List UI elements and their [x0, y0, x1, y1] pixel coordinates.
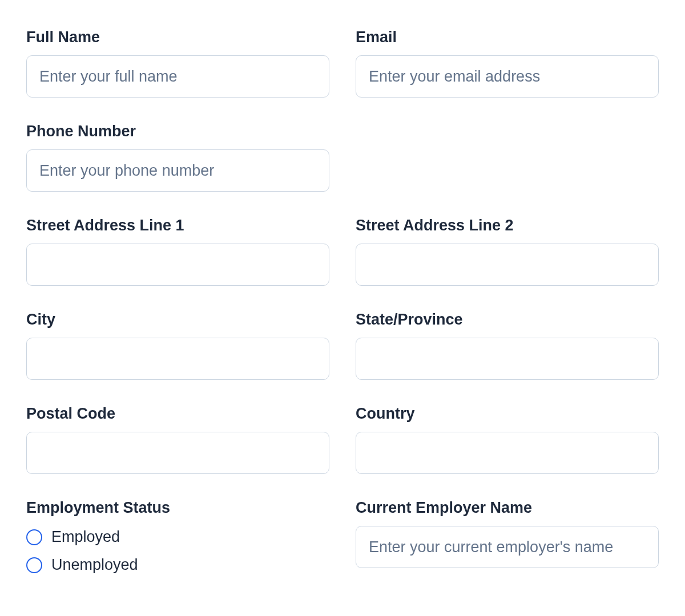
employment-status-label: Employment Status [26, 499, 329, 517]
field-postal: Postal Code [26, 405, 329, 474]
phone-input[interactable] [26, 149, 329, 192]
full-name-label: Full Name [26, 29, 329, 46]
street1-input[interactable] [26, 244, 329, 286]
street2-label: Street Address Line 2 [356, 217, 659, 234]
street2-input[interactable] [356, 244, 659, 286]
field-street1: Street Address Line 1 [26, 217, 329, 286]
radio-label-unemployed: Unemployed [51, 556, 138, 574]
city-label: City [26, 311, 329, 329]
field-employer-name: Current Employer Name [356, 499, 659, 574]
employment-status-radio-group: Employed Unemployed [26, 528, 329, 574]
radio-label-employed: Employed [51, 528, 120, 546]
field-country: Country [356, 405, 659, 474]
field-city: City [26, 311, 329, 380]
field-full-name: Full Name [26, 29, 329, 98]
spacer [356, 123, 659, 192]
street1-label: Street Address Line 1 [26, 217, 329, 234]
phone-label: Phone Number [26, 123, 329, 140]
email-input[interactable] [356, 55, 659, 98]
radio-circle-icon [26, 557, 42, 573]
postal-input[interactable] [26, 432, 329, 474]
form-container: Full Name Email Phone Number Street Addr… [26, 29, 659, 574]
radio-option-employed[interactable]: Employed [26, 528, 329, 546]
field-state: State/Province [356, 311, 659, 380]
field-employment-status: Employment Status Employed Unemployed [26, 499, 329, 574]
employer-name-input[interactable] [356, 526, 659, 568]
country-input[interactable] [356, 432, 659, 474]
field-email: Email [356, 29, 659, 98]
employer-name-label: Current Employer Name [356, 499, 659, 517]
full-name-input[interactable] [26, 55, 329, 98]
email-label: Email [356, 29, 659, 46]
radio-circle-icon [26, 529, 42, 545]
radio-option-unemployed[interactable]: Unemployed [26, 556, 329, 574]
field-phone: Phone Number [26, 123, 329, 192]
state-input[interactable] [356, 338, 659, 380]
postal-label: Postal Code [26, 405, 329, 423]
state-label: State/Province [356, 311, 659, 329]
country-label: Country [356, 405, 659, 423]
field-street2: Street Address Line 2 [356, 217, 659, 286]
city-input[interactable] [26, 338, 329, 380]
